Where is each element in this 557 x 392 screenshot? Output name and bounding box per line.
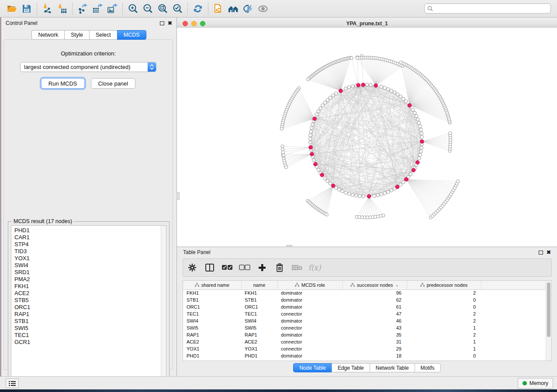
zoom-in-icon[interactable] — [125, 2, 140, 15]
mcds-hub-node[interactable] — [356, 83, 360, 87]
search-input[interactable] — [435, 6, 548, 12]
network-node[interactable] — [323, 177, 327, 180]
cell-predecessors[interactable]: 1 — [407, 338, 481, 345]
cell-predecessors[interactable]: 2 — [407, 289, 481, 296]
network-node[interactable] — [415, 114, 418, 118]
network-node[interactable] — [419, 124, 422, 128]
cell-shared-name[interactable]: SWI4 — [183, 317, 241, 324]
network-node[interactable] — [281, 145, 284, 148]
cell-successors[interactable]: 35 — [343, 331, 407, 338]
clear-checkboxes-icon[interactable] — [239, 262, 250, 273]
cell-successors[interactable]: 31 — [343, 338, 407, 345]
split-columns-icon[interactable] — [204, 262, 215, 273]
network-node[interactable] — [390, 89, 393, 93]
network-node[interactable] — [351, 85, 354, 88]
network-node[interactable] — [409, 172, 412, 176]
network-node[interactable] — [308, 141, 312, 144]
network-node[interactable] — [418, 157, 421, 160]
cell-name[interactable]: YOX1 — [241, 345, 277, 352]
table-scrollbar-thumb[interactable] — [547, 282, 550, 337]
network-node[interactable] — [326, 179, 329, 183]
mcds-hub-node[interactable] — [405, 178, 408, 182]
tab-node-table[interactable]: Node Table — [293, 363, 332, 372]
network-node[interactable] — [401, 181, 405, 184]
vertical-splitter-handle[interactable] — [176, 192, 180, 200]
cell-name[interactable]: SWI4 — [241, 317, 277, 324]
search-box[interactable] — [424, 3, 551, 14]
network-node[interactable] — [387, 190, 390, 194]
cell-shared-name[interactable]: RAP1 — [183, 331, 241, 338]
function-builder-icon[interactable]: f(x) — [309, 262, 320, 273]
list-item[interactable]: SWI4 — [14, 262, 161, 269]
network-view[interactable] — [177, 28, 557, 247]
cell-name[interactable]: RAP1 — [241, 331, 277, 338]
table-row[interactable]: SWI4SWI4dominator462 — [183, 317, 547, 324]
mcds-hub-node[interactable] — [332, 184, 336, 188]
network-node[interactable] — [280, 127, 283, 130]
list-item[interactable]: STB1 — [14, 318, 161, 325]
cell-role[interactable]: dominator — [277, 289, 343, 296]
select-all-checkboxes-icon[interactable] — [221, 262, 233, 273]
network-node[interactable] — [329, 96, 332, 100]
tab-select[interactable]: Select — [89, 30, 117, 40]
cell-successors[interactable]: 96 — [343, 289, 407, 296]
cell-role[interactable]: dominator — [277, 352, 343, 359]
network-node[interactable] — [344, 191, 348, 194]
network-node[interactable] — [393, 91, 396, 94]
network-node[interactable] — [399, 61, 402, 64]
network-node[interactable] — [390, 189, 393, 192]
network-node[interactable] — [347, 192, 351, 196]
network-node[interactable] — [335, 92, 338, 95]
network-node[interactable] — [420, 135, 424, 139]
tab-style[interactable]: Style — [64, 30, 89, 40]
network-node[interactable] — [383, 192, 387, 195]
network-node[interactable] — [362, 195, 365, 198]
network-node[interactable] — [356, 56, 359, 59]
mcds-hub-node[interactable] — [313, 117, 317, 121]
tab-network-table[interactable]: Network Table — [370, 363, 415, 372]
cell-shared-name[interactable]: YOX1 — [183, 345, 241, 352]
cell-successors[interactable]: 62 — [343, 296, 407, 303]
cell-shared-name[interactable]: STB1 — [183, 296, 241, 303]
network-node[interactable] — [338, 188, 341, 191]
export-image-icon[interactable] — [105, 2, 120, 15]
network-window-titlebar[interactable]: YPA_prune.txt_1 — [177, 20, 557, 28]
network-node[interactable] — [396, 93, 399, 96]
tab-network[interactable]: Network — [31, 30, 64, 40]
list-item[interactable]: TEC1 — [14, 332, 161, 339]
tab-motifs[interactable]: Motifs — [415, 363, 441, 372]
network-node[interactable] — [355, 194, 358, 197]
network-node[interactable] — [416, 118, 420, 121]
network-node[interactable] — [449, 132, 452, 135]
tab-mcds[interactable]: MCDS — [117, 30, 146, 40]
cell-predecessors[interactable]: 2 — [407, 331, 481, 338]
cell-name[interactable]: FKH1 — [241, 289, 277, 296]
network-node[interactable] — [382, 214, 385, 217]
save-icon[interactable] — [19, 2, 34, 15]
criterion-dropdown[interactable]: largest connected component (undirected) — [20, 62, 156, 72]
list-item[interactable]: ORC1 — [14, 304, 161, 311]
show-details-icon[interactable] — [256, 2, 270, 15]
network-node[interactable] — [311, 123, 315, 126]
close-panel-icon[interactable]: ✖ — [168, 21, 172, 26]
cell-role[interactable]: connector — [277, 338, 343, 345]
network-node[interactable] — [351, 193, 354, 196]
network-node[interactable] — [419, 153, 422, 157]
network-node[interactable] — [387, 88, 390, 91]
node-table-header[interactable]: shared namenameMCDS rolesuccessor nodes⌄… — [183, 281, 547, 289]
delete-table-icon[interactable] — [291, 262, 303, 273]
cell-role[interactable]: dominator — [277, 317, 343, 324]
close-panel-button[interactable]: Close panel — [91, 78, 136, 89]
node-table-body[interactable]: FKH1FKH1dominator962STB1STB1dominator620… — [183, 289, 547, 359]
list-item[interactable]: PMA2 — [14, 276, 161, 283]
list-item[interactable]: FKH1 — [14, 283, 161, 290]
network-node[interactable] — [329, 182, 332, 185]
cell-role[interactable]: connector — [277, 345, 343, 352]
cell-role[interactable]: dominator — [277, 296, 343, 303]
network-node[interactable] — [284, 166, 287, 169]
network-node[interactable] — [323, 101, 327, 104]
memory-button[interactable]: Memory — [518, 378, 553, 389]
cell-role[interactable]: dominator — [277, 303, 343, 310]
network-node[interactable] — [369, 83, 373, 87]
run-mcds-button[interactable]: Run MCDS — [41, 78, 85, 89]
